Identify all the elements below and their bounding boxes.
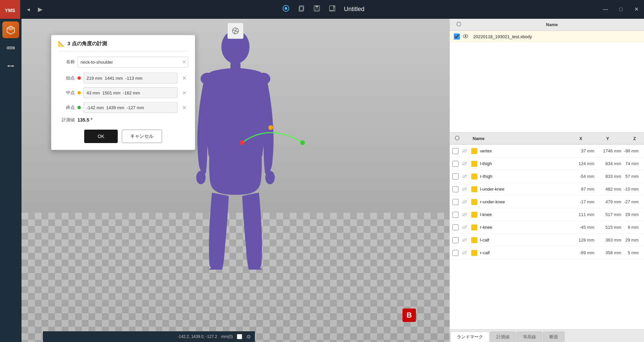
scene-header: Name	[450, 19, 644, 31]
landmark-row[interactable]: r-calf -69 mm 358 mm 5 mm	[450, 247, 644, 259]
svg-line-53	[462, 251, 467, 254]
start-input[interactable]	[84, 73, 177, 83]
landmark-name-3: l-under-knee	[480, 187, 571, 192]
mid-clear-button[interactable]: ✕	[180, 89, 188, 97]
scene-eye-icon[interactable]	[463, 34, 471, 40]
landmark-eye-5[interactable]	[461, 211, 469, 219]
landmark-row[interactable]: r-knee -45 mm 515 mm 9 mm	[450, 221, 644, 234]
svg-line-47	[462, 213, 467, 216]
mid-dot	[77, 91, 81, 94]
name-input[interactable]	[77, 57, 188, 67]
svg-line-45	[462, 200, 467, 203]
svg-text:YMS: YMS	[5, 8, 15, 13]
end-clear-button[interactable]: ✕	[180, 104, 188, 112]
svg-line-49	[462, 226, 467, 229]
landmark-eye-7[interactable]	[461, 236, 469, 244]
svg-rect-8	[315, 9, 318, 11]
viewport-toolbar	[227, 23, 244, 39]
minimize-button[interactable]: —	[598, 0, 613, 19]
landmark-checkbox-6[interactable]	[452, 224, 459, 230]
tab-ランドマーク[interactable]: ランドマーク	[450, 332, 489, 342]
end-input[interactable]	[84, 102, 177, 113]
start-clear-button[interactable]: ✕	[180, 74, 188, 82]
reset-view-button[interactable]	[227, 23, 244, 39]
landmark-row[interactable]: l-knee 111 mm 517 mm 29 mm	[450, 208, 644, 221]
landmark-eye-3[interactable]	[461, 185, 469, 193]
svg-rect-7	[315, 6, 318, 7]
status-checkbox[interactable]	[237, 334, 242, 339]
svg-point-3	[284, 7, 287, 10]
landmark-checkbox-7[interactable]	[452, 237, 459, 243]
landmark-row[interactable]: r-under-knee -17 mm 479 mm -27 mm	[450, 196, 644, 208]
landmark-eye-0[interactable]	[461, 147, 469, 155]
bottom-tabs: ランドマーク計測値等高線断面	[450, 329, 644, 342]
landmark-x-7: 128 mm	[571, 237, 594, 243]
copy-icon-button[interactable]	[295, 3, 308, 15]
landmark-color-0	[471, 148, 477, 154]
landmark-x-5: 111 mm	[571, 212, 594, 217]
sidebar-btn-arrows[interactable]	[2, 58, 19, 74]
landmark-z-4: -27 mm	[621, 199, 641, 204]
landmark-checkbox-1[interactable]	[452, 161, 459, 167]
scene-checkbox[interactable]	[454, 33, 460, 40]
back-button[interactable]: ◂	[24, 4, 33, 14]
ok-button[interactable]: OK	[84, 130, 118, 143]
landmark-eye-4[interactable]	[461, 198, 469, 206]
tab-等高線[interactable]: 等高線	[517, 332, 542, 342]
landmark-color-5	[471, 212, 477, 218]
end-label: 終点	[58, 105, 75, 111]
svg-point-36	[455, 136, 459, 140]
landmark-eye-8[interactable]	[461, 249, 469, 257]
view-icon-button[interactable]	[279, 3, 292, 15]
svg-point-29	[196, 171, 206, 184]
landmark-row[interactable]: vertex 37 mm 1746 mm -98 mm	[450, 145, 644, 157]
svg-point-28	[256, 73, 270, 85]
end-dot	[77, 106, 81, 109]
landmark-checkbox-3[interactable]	[452, 186, 459, 192]
name-label: 名称	[58, 59, 75, 65]
export-icon-button[interactable]	[326, 3, 338, 15]
landmark-row[interactable]: r-thigh -54 mm 833 mm 57 mm	[450, 170, 644, 183]
svg-line-51	[462, 238, 467, 242]
main-layout: B 📐 3 点の角度の計測 名称 ✕ 始点 ✕	[0, 19, 644, 342]
sidebar-btn-model[interactable]	[2, 21, 19, 38]
tab-計測値[interactable]: 計測値	[490, 332, 516, 342]
landmark-row[interactable]: l-thigh 124 mm 834 mm 74 mm	[450, 157, 644, 170]
landmark-checkbox-0[interactable]	[452, 148, 459, 154]
landmark-z-3: -10 mm	[621, 187, 641, 192]
landmark-checkbox-8[interactable]	[452, 250, 459, 256]
svg-rect-9	[329, 6, 333, 10]
landmark-eye-2[interactable]	[461, 173, 469, 181]
cancel-button[interactable]: キャンセル	[122, 130, 162, 143]
landmark-checkbox-4[interactable]	[452, 199, 459, 205]
landmark-eye-6[interactable]	[461, 223, 469, 231]
landmarks-panel: Name X Y Z vertex 37 mm 1746 mm -98 mm l…	[450, 133, 644, 342]
mid-input[interactable]	[84, 87, 177, 98]
landmark-name-0: vertex	[480, 148, 571, 153]
landmark-color-4	[471, 199, 477, 205]
sidebar-btn-measure[interactable]	[2, 40, 19, 56]
landmark-color-2	[471, 174, 477, 180]
landmark-color-1	[471, 161, 477, 167]
landmark-checkbox-5[interactable]	[452, 212, 459, 218]
close-button[interactable]: ✕	[629, 0, 644, 19]
scene-item[interactable]: 20220118_193021_test.xbody	[450, 31, 644, 42]
landmark-row[interactable]: l-calf 128 mm 363 mm 29 mm	[450, 234, 644, 247]
landmark-row[interactable]: l-under-knee 87 mm 482 mm -10 mm	[450, 183, 644, 196]
status-settings-icon[interactable]: ⚙	[246, 334, 251, 340]
name-clear-button[interactable]: ✕	[182, 59, 186, 65]
landmark-y-3: 482 mm	[594, 187, 621, 192]
landmark-color-6	[471, 224, 477, 230]
landmark-name-2: r-thigh	[480, 174, 571, 179]
landmark-checkbox-2[interactable]	[452, 174, 459, 180]
landmark-eye-1[interactable]	[461, 160, 469, 168]
forward-button[interactable]: ▶	[35, 4, 45, 14]
mid-point-row: 中点 ✕	[58, 87, 188, 98]
maximize-button[interactable]: □	[613, 0, 629, 19]
svg-line-41	[462, 175, 467, 178]
save-icon-button[interactable]	[310, 3, 323, 15]
tab-断面[interactable]: 断面	[543, 332, 565, 342]
name-row: 名称 ✕	[58, 57, 188, 67]
landmark-y-8: 358 mm	[594, 250, 621, 255]
svg-marker-20	[7, 65, 9, 67]
